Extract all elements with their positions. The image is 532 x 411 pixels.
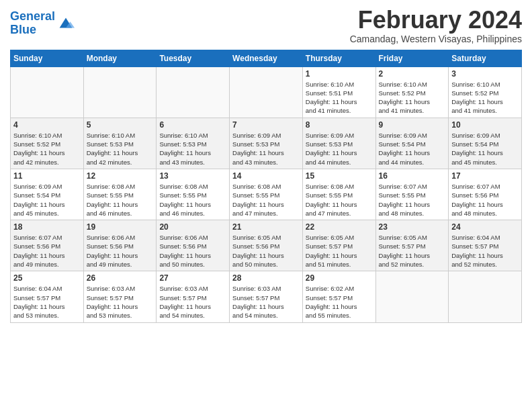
calendar-cell: 11Sunrise: 6:09 AM Sunset: 5:54 PM Dayli… (11, 169, 84, 220)
calendar-cell: 27Sunrise: 6:03 AM Sunset: 5:57 PM Dayli… (157, 271, 230, 322)
calendar-cell: 9Sunrise: 6:09 AM Sunset: 5:54 PM Daylig… (375, 118, 449, 169)
day-number: 20 (159, 222, 226, 232)
calendar-cell: 14Sunrise: 6:08 AM Sunset: 5:55 PM Dayli… (230, 169, 303, 220)
day-number: 26 (87, 273, 154, 283)
calendar-cell (449, 271, 522, 322)
calendar-cell: 10Sunrise: 6:09 AM Sunset: 5:54 PM Dayli… (449, 118, 522, 169)
calendar-cell: 17Sunrise: 6:07 AM Sunset: 5:56 PM Dayli… (449, 169, 522, 220)
calendar-cell: 12Sunrise: 6:08 AM Sunset: 5:55 PM Dayli… (83, 169, 157, 220)
calendar-cell: 15Sunrise: 6:08 AM Sunset: 5:55 PM Dayli… (302, 169, 375, 220)
title-area: February 2024 Camandag, Western Visayas,… (350, 7, 522, 44)
calendar-cell: 6Sunrise: 6:10 AM Sunset: 5:53 PM Daylig… (157, 118, 230, 169)
calendar-header-thursday: Thursday (302, 50, 375, 66)
day-info: Sunrise: 6:10 AM Sunset: 5:53 PM Dayligh… (87, 131, 154, 167)
day-number: 2 (379, 69, 446, 79)
day-info: Sunrise: 6:09 AM Sunset: 5:54 PM Dayligh… (451, 131, 519, 167)
day-number: 28 (232, 273, 300, 283)
page-header: GeneralBlue February 2024 Camandag, West… (10, 7, 522, 44)
calendar-cell: 4Sunrise: 6:10 AM Sunset: 5:52 PM Daylig… (11, 118, 84, 169)
day-info: Sunrise: 6:10 AM Sunset: 5:51 PM Dayligh… (306, 80, 373, 116)
calendar-week-row: 11Sunrise: 6:09 AM Sunset: 5:54 PM Dayli… (11, 169, 522, 220)
day-number: 7 (232, 120, 300, 130)
calendar-header-wednesday: Wednesday (230, 50, 303, 66)
logo: GeneralBlue (10, 10, 75, 37)
day-info: Sunrise: 6:03 AM Sunset: 5:57 PM Dayligh… (87, 284, 154, 320)
calendar-cell: 26Sunrise: 6:03 AM Sunset: 5:57 PM Dayli… (83, 271, 157, 322)
calendar-cell: 2Sunrise: 6:10 AM Sunset: 5:52 PM Daylig… (375, 66, 449, 118)
day-info: Sunrise: 6:10 AM Sunset: 5:52 PM Dayligh… (13, 131, 81, 167)
day-info: Sunrise: 6:07 AM Sunset: 5:56 PM Dayligh… (451, 182, 519, 218)
day-number: 4 (13, 120, 81, 130)
calendar-cell: 24Sunrise: 6:04 AM Sunset: 5:57 PM Dayli… (449, 220, 522, 271)
calendar-cell: 28Sunrise: 6:03 AM Sunset: 5:57 PM Dayli… (230, 271, 303, 322)
day-info: Sunrise: 6:05 AM Sunset: 5:56 PM Dayligh… (232, 233, 300, 269)
calendar-header-friday: Friday (375, 50, 449, 66)
day-info: Sunrise: 6:02 AM Sunset: 5:57 PM Dayligh… (306, 284, 373, 320)
month-title: February 2024 (350, 7, 522, 34)
day-number: 19 (87, 222, 154, 232)
day-number: 10 (451, 120, 519, 130)
day-info: Sunrise: 6:09 AM Sunset: 5:53 PM Dayligh… (232, 131, 300, 167)
day-number: 3 (451, 69, 519, 79)
day-info: Sunrise: 6:08 AM Sunset: 5:55 PM Dayligh… (87, 182, 154, 218)
day-info: Sunrise: 6:07 AM Sunset: 5:55 PM Dayligh… (379, 182, 446, 218)
calendar-cell (375, 271, 449, 322)
calendar-cell (230, 66, 303, 118)
day-info: Sunrise: 6:09 AM Sunset: 5:53 PM Dayligh… (306, 131, 373, 167)
day-number: 9 (379, 120, 446, 130)
calendar-cell: 20Sunrise: 6:06 AM Sunset: 5:56 PM Dayli… (157, 220, 230, 271)
day-info: Sunrise: 6:04 AM Sunset: 5:57 PM Dayligh… (13, 284, 81, 320)
day-number: 11 (13, 171, 81, 181)
calendar-header-monday: Monday (83, 50, 157, 66)
day-number: 25 (13, 273, 81, 283)
day-number: 1 (306, 69, 373, 79)
day-info: Sunrise: 6:10 AM Sunset: 5:52 PM Dayligh… (451, 80, 519, 116)
calendar-week-row: 1Sunrise: 6:10 AM Sunset: 5:51 PM Daylig… (11, 66, 522, 118)
day-number: 17 (451, 171, 519, 181)
day-info: Sunrise: 6:07 AM Sunset: 5:56 PM Dayligh… (13, 233, 81, 269)
calendar-cell: 7Sunrise: 6:09 AM Sunset: 5:53 PM Daylig… (230, 118, 303, 169)
calendar-week-row: 4Sunrise: 6:10 AM Sunset: 5:52 PM Daylig… (11, 118, 522, 169)
day-number: 5 (87, 120, 154, 130)
day-info: Sunrise: 6:03 AM Sunset: 5:57 PM Dayligh… (159, 284, 226, 320)
day-number: 13 (159, 171, 226, 181)
calendar-cell: 5Sunrise: 6:10 AM Sunset: 5:53 PM Daylig… (83, 118, 157, 169)
day-number: 23 (379, 222, 446, 232)
calendar-cell (11, 66, 84, 118)
calendar-cell: 19Sunrise: 6:06 AM Sunset: 5:56 PM Dayli… (83, 220, 157, 271)
day-info: Sunrise: 6:03 AM Sunset: 5:57 PM Dayligh… (232, 284, 300, 320)
calendar-cell: 3Sunrise: 6:10 AM Sunset: 5:52 PM Daylig… (449, 66, 522, 118)
subtitle: Camandag, Western Visayas, Philippines (350, 34, 522, 44)
calendar-cell (157, 66, 230, 118)
calendar-table: SundayMondayTuesdayWednesdayThursdayFrid… (10, 50, 522, 323)
calendar-cell: 22Sunrise: 6:05 AM Sunset: 5:57 PM Dayli… (302, 220, 375, 271)
logo-icon (56, 16, 75, 31)
calendar-cell: 13Sunrise: 6:08 AM Sunset: 5:55 PM Dayli… (157, 169, 230, 220)
day-info: Sunrise: 6:05 AM Sunset: 5:57 PM Dayligh… (379, 233, 446, 269)
day-info: Sunrise: 6:06 AM Sunset: 5:56 PM Dayligh… (87, 233, 154, 269)
day-info: Sunrise: 6:10 AM Sunset: 5:53 PM Dayligh… (159, 131, 226, 167)
day-info: Sunrise: 6:08 AM Sunset: 5:55 PM Dayligh… (232, 182, 300, 218)
calendar-week-row: 18Sunrise: 6:07 AM Sunset: 5:56 PM Dayli… (11, 220, 522, 271)
day-info: Sunrise: 6:09 AM Sunset: 5:54 PM Dayligh… (13, 182, 81, 218)
calendar-cell: 16Sunrise: 6:07 AM Sunset: 5:55 PM Dayli… (375, 169, 449, 220)
calendar-cell: 21Sunrise: 6:05 AM Sunset: 5:56 PM Dayli… (230, 220, 303, 271)
day-info: Sunrise: 6:05 AM Sunset: 5:57 PM Dayligh… (306, 233, 373, 269)
day-number: 29 (306, 273, 373, 283)
calendar-header-saturday: Saturday (449, 50, 522, 66)
calendar-header-tuesday: Tuesday (157, 50, 230, 66)
calendar-cell: 8Sunrise: 6:09 AM Sunset: 5:53 PM Daylig… (302, 118, 375, 169)
day-number: 27 (159, 273, 226, 283)
day-number: 22 (306, 222, 373, 232)
calendar-cell (83, 66, 157, 118)
calendar-cell: 29Sunrise: 6:02 AM Sunset: 5:57 PM Dayli… (302, 271, 375, 322)
day-number: 24 (451, 222, 519, 232)
day-info: Sunrise: 6:08 AM Sunset: 5:55 PM Dayligh… (306, 182, 373, 218)
day-number: 18 (13, 222, 81, 232)
day-info: Sunrise: 6:06 AM Sunset: 5:56 PM Dayligh… (159, 233, 226, 269)
calendar-header-row: SundayMondayTuesdayWednesdayThursdayFrid… (11, 50, 522, 66)
day-number: 14 (232, 171, 300, 181)
day-number: 8 (306, 120, 373, 130)
calendar-cell: 18Sunrise: 6:07 AM Sunset: 5:56 PM Dayli… (11, 220, 84, 271)
day-number: 15 (306, 171, 373, 181)
